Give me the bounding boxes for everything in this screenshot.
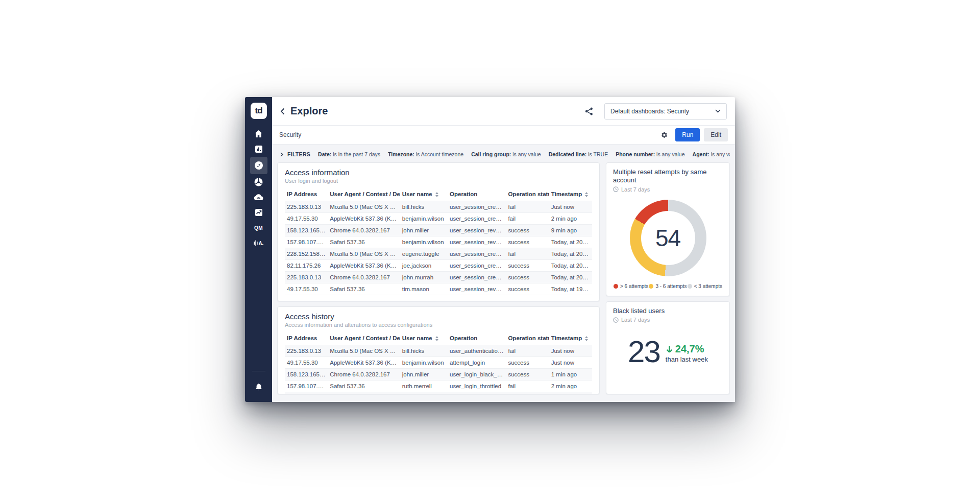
filters-toggle[interactable]: FILTERS [280,151,310,157]
legend-dot [614,284,618,289]
table-cell: success [506,260,549,272]
table-cell: user_session_created [448,248,506,260]
table-cell: bill.hicks [400,201,448,213]
main-area: Explore Default dashboards: Security Sec… [272,97,735,402]
table-cell: 225.183.0.13 [285,345,328,357]
table-cell: Safari 537.36 [328,283,400,295]
card-subtitle: User login and logout [285,178,592,184]
card-title: Multiple reset attempts by same account [613,168,723,185]
table-cell: Mozilla 5.0 (Mac OS X 10.12.6) [328,392,400,395]
table-cell: success [506,236,549,248]
column-header[interactable]: User name [400,188,448,201]
table-cell: user_session_created [448,201,506,213]
sidebar-item-explore[interactable] [250,157,267,174]
table-row: 228.152.158.35Mozilla 5.0 (Mac OS X 10.1… [285,248,592,260]
table-cell: Mozilla 5.0 (Mac OS X 10.12.6) [328,201,400,213]
legend-dot [649,284,653,289]
app-window: td [245,97,735,402]
filter-item[interactable]: Phone number: is any value [616,151,684,157]
table-cell: 157.98.107.186 [285,381,328,392]
dashboard-content: FILTERS Date: is in the past 7 daysTimez… [272,145,735,402]
table-cell: success [506,272,549,283]
table-cell: 1 min ago [549,369,592,381]
table-cell: fail [506,381,549,392]
access-history-card: Access history Access information and al… [277,306,600,394]
sidebar-item-home[interactable] [250,126,267,141]
filter-item[interactable]: Call ring group: is any value [471,151,541,157]
table-cell: 158.123.165.119 [285,225,328,236]
bell-icon [255,383,262,391]
svg-text:A: A [258,241,262,246]
chevron-down-icon [715,109,721,113]
table-cell: attempt_login [448,357,506,369]
table-cell: fail [506,392,549,395]
sort-icon[interactable] [585,336,588,341]
delta-note: than last week [666,355,708,363]
card-period: Last 7 days [613,186,723,193]
column-header: Operation [448,188,506,201]
filter-item[interactable]: Timezone: is Account timezone [388,151,463,157]
column-header[interactable]: Timestamp [549,188,592,201]
run-button[interactable]: Run [675,128,700,141]
donut-value: 54 [655,224,680,252]
table-cell: eugene.tuggle [400,392,448,395]
clock-icon [613,186,619,192]
qm-icon: QM [254,225,263,231]
table-cell: benjamin.wilson [400,213,448,225]
card-subtitle: Access information and alterations to ac… [285,322,592,328]
table-cell: Just now [549,345,592,357]
column-header[interactable]: User name [400,332,448,345]
donut-legend: > 6 attempts3 - 6 attempts< 3 attempts [613,283,723,290]
access-information-card: Access information User login and logout… [277,162,600,301]
sidebar: td [245,97,272,402]
sidebar-item-cloud[interactable] [250,189,267,205]
table-row: 225.183.0.13Mozilla 5.0 (Mac OS X 10.12.… [285,345,592,357]
table-cell: fail [506,201,549,213]
table-cell: user_session_revoked [448,283,506,295]
table-cell: john.murrah [400,272,448,283]
table-cell: AppleWebKit 537.36 (KHTML) [328,260,400,272]
filter-item[interactable]: Dedicated line: is TRUE [549,151,608,157]
sidebar-item-notifications[interactable] [250,379,267,395]
sidebar-item-quality-management[interactable]: QM [250,220,267,235]
table-cell: AppleWebKit 537.36 (KHTML) [328,357,400,369]
legend-item: 3 - 6 attempts [649,283,687,289]
table-cell: user_session_created [448,272,506,283]
table-cell: ruth.merrell [400,381,448,392]
table-cell: Just now [549,357,592,369]
share-icon[interactable] [585,107,593,115]
sidebar-item-live-monitoring[interactable] [250,205,267,220]
table-cell: 2 min ago [549,213,592,225]
table-cell: Safari 537.36 [328,236,400,248]
column-header: User Agent / Context / Device [328,188,400,201]
table-row: 225.183.0.13Chrome 64.0.3282.167john.mur… [285,272,592,283]
filter-item[interactable]: Agent: is any value [693,151,730,157]
clock-icon [613,317,619,323]
table-row: 228.152.158.35Mozilla 5.0 (Mac OS X 10.1… [285,392,592,395]
table-cell: Mozilla 5.0 (Mac OS X 10.12.6) [328,345,400,357]
table-row: 157.98.107.186Safari 537.36ruth.merrellu… [285,381,592,392]
sidebar-divider [252,371,265,371]
dashboard-selector[interactable]: Default dashboards: Security [604,103,727,120]
edit-button[interactable]: Edit [704,128,728,141]
table-cell: 2 min ago [549,381,592,392]
sidebar-item-agents[interactable] [250,174,267,189]
sort-icon[interactable] [435,192,438,197]
table-cell: user_authentication_set... [448,345,506,357]
column-header[interactable]: Timestamp [549,332,592,345]
table-cell: john.miller [400,369,448,381]
breadcrumb: Security [279,131,301,138]
back-button[interactable] [280,108,285,115]
sort-icon[interactable] [435,336,438,341]
chevron-right-icon [280,152,283,157]
table-cell: 225.183.0.13 [285,201,328,213]
sidebar-item-speech-analytics[interactable]: A [250,235,267,251]
gear-icon[interactable] [660,131,668,139]
access-history-table: IP AddressUser Agent / Context / DeviceU… [285,332,592,394]
column-header: Operation status [506,332,549,345]
sort-icon[interactable] [585,192,588,197]
table-cell: AppleWebKit 537.36 (KHTML) [328,213,400,225]
filter-item[interactable]: Date: is in the past 7 days [318,151,380,157]
sidebar-item-reporting[interactable] [250,141,267,157]
table-cell: Today, at 20:10:54 [549,260,592,272]
